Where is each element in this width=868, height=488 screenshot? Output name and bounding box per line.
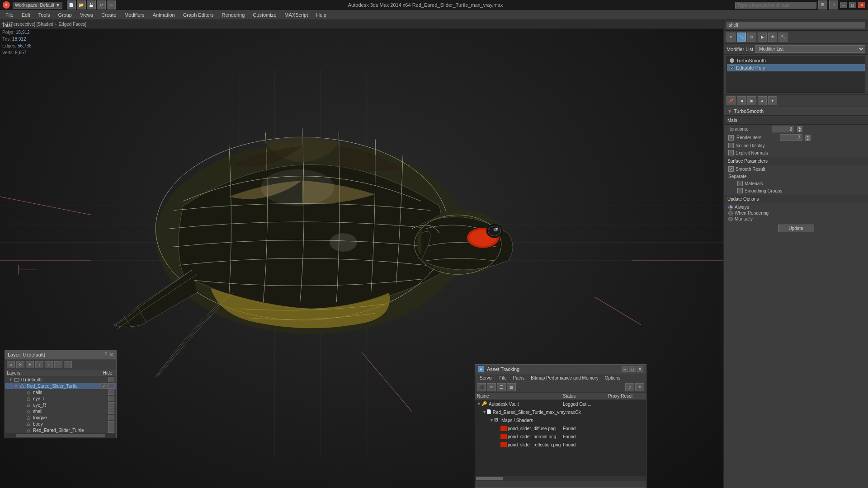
render-iters-checkbox[interactable]: ✓	[728, 135, 734, 141]
layer-item[interactable]: tongue	[5, 414, 116, 421]
modify-panel-btn[interactable]: 🔧	[737, 33, 746, 42]
radio-always[interactable]	[728, 205, 733, 210]
layer-item[interactable]: eye_R	[5, 402, 116, 408]
asset-restore-btn[interactable]: □	[629, 366, 636, 372]
layers-left-btn[interactable]: ←	[64, 361, 72, 368]
layer-vis-btn[interactable]	[108, 396, 114, 401]
render-iters-down-btn[interactable]: ▼	[805, 138, 811, 141]
layer-item[interactable]: Red_Eared_Slider_Turtle	[5, 427, 116, 433]
asset-tool-btn-3[interactable]: ☰	[497, 383, 506, 391]
close-btn[interactable]: ✕	[858, 2, 865, 8]
asset-expand-vault[interactable]: ▼	[477, 402, 481, 406]
layer-checkbox[interactable]: ✓	[101, 383, 107, 389]
new-file-btn[interactable]: 📄	[67, 0, 76, 9]
asset-scrollbar-thumb[interactable]	[476, 477, 503, 480]
hierarchy-panel-btn[interactable]: ⚙	[747, 33, 756, 42]
modifier-entry-editablepoly[interactable]: ✓ Editable Poly	[727, 64, 865, 71]
asset-minimize-btn[interactable]: ─	[622, 366, 628, 372]
layer-item[interactable]: nails	[5, 389, 116, 395]
layer-vis-btn[interactable]	[108, 421, 114, 427]
asset-menu-options[interactable]: Options	[602, 375, 623, 381]
menu-file[interactable]: File	[2, 11, 17, 19]
layer-name[interactable]: body	[33, 422, 107, 427]
layer-item[interactable]: body	[5, 421, 116, 427]
redo-btn[interactable]: ↪	[107, 0, 116, 9]
asset-row-normal[interactable]: pond_slider_normal.png Found	[475, 432, 646, 441]
asset-tool-btn-1[interactable]: ⬛	[477, 383, 486, 391]
menu-animation[interactable]: Animation	[149, 11, 179, 19]
layers-right-btn[interactable]: →	[54, 361, 62, 368]
layers-down-btn[interactable]: ↓	[35, 361, 43, 368]
smoothing-groups-checkbox[interactable]: ✓	[737, 188, 743, 193]
asset-menu-bitmap-perf[interactable]: Bitmap Performance and Memory	[528, 375, 601, 381]
smooth-result-checkbox[interactable]: ✓	[728, 166, 734, 172]
layers-up-btn[interactable]: ↑	[45, 361, 53, 368]
modifier-search-input[interactable]	[726, 22, 865, 28]
iterations-up-btn[interactable]: ▲	[797, 126, 802, 129]
iterations-down-btn[interactable]: ▼	[797, 129, 802, 132]
minimize-btn[interactable]: ─	[840, 2, 847, 8]
display-panel-btn[interactable]: 👁	[768, 33, 777, 42]
asset-menu-btn[interactable]: ≡	[635, 383, 644, 391]
undo-btn[interactable]: ↩	[97, 0, 106, 9]
menu-graph-editors[interactable]: Graph Editors	[179, 11, 217, 19]
restore-btn[interactable]: □	[849, 2, 856, 8]
nav-left-btn[interactable]: ◀	[737, 96, 746, 105]
layers-list-btn[interactable]: ≡	[7, 361, 15, 368]
nav-up-btn[interactable]: ▲	[758, 96, 767, 105]
modifier-list-dropdown[interactable]: Modifier List	[755, 45, 865, 53]
menu-create[interactable]: Create	[98, 11, 120, 19]
iterations-input[interactable]	[772, 126, 794, 132]
asset-row-maps[interactable]: ▼ 🖼 Maps / Shaders	[475, 416, 646, 424]
explicit-normals-checkbox[interactable]: ✓	[728, 150, 734, 155]
layer-vis-btn[interactable]	[108, 377, 114, 382]
layer-name[interactable]: 0 (default)	[21, 377, 107, 382]
asset-menu-file[interactable]: File	[496, 375, 509, 381]
menu-customize[interactable]: Customize	[249, 11, 280, 19]
layer-item[interactable]: ▼ 0 (default)	[5, 376, 116, 383]
menu-tools[interactable]: Tools	[35, 11, 54, 19]
layers-add-btn[interactable]: +	[26, 361, 34, 368]
layer-vis-btn[interactable]	[108, 402, 114, 408]
viewport[interactable]: [+] [Perspective] [Shaded + Edged Faces]…	[0, 20, 723, 488]
nav-down-btn[interactable]: ▼	[768, 96, 777, 105]
asset-horizontal-scrollbar[interactable]	[475, 476, 646, 480]
asset-help-btn[interactable]: ?	[625, 383, 634, 391]
pin-btn[interactable]: 📌	[726, 96, 736, 105]
layer-vis-btn[interactable]	[108, 408, 114, 414]
layer-vis-btn[interactable]	[108, 389, 114, 395]
layer-vis-btn[interactable]	[108, 415, 114, 420]
layer-name[interactable]: shell	[33, 409, 107, 414]
modifier-entry-turbosmooth[interactable]: TurboSmooth	[727, 57, 865, 64]
search-btn[interactable]: 🔍	[818, 0, 827, 9]
menu-maxscript[interactable]: MAXScript	[281, 11, 311, 19]
menu-modifiers[interactable]: Modifiers	[121, 11, 148, 19]
modifier-check-editablepoly[interactable]: ✓	[730, 66, 734, 70]
global-search-input[interactable]	[735, 2, 816, 9]
asset-menu-server[interactable]: Server	[477, 375, 495, 381]
motion-panel-btn[interactable]: ▶	[758, 33, 767, 42]
menu-edit[interactable]: Edit	[18, 11, 34, 19]
menu-help[interactable]: Help	[312, 11, 330, 19]
layer-name[interactable]: nails	[33, 390, 107, 395]
layer-name[interactable]: Red_Eared_Slider_Turtle	[33, 428, 107, 433]
nav-right-btn[interactable]: ▶	[747, 96, 756, 105]
materials-checkbox[interactable]: ✓	[737, 181, 743, 186]
asset-row-maxfile[interactable]: ▼ 📄 Red_Eared_Slider_Turtle_max_vray.max…	[475, 408, 646, 416]
render-iters-up-btn[interactable]: ▲	[805, 135, 811, 138]
layers-scrollbar[interactable]	[5, 433, 116, 438]
utilities-panel-btn[interactable]: 🔨	[778, 33, 788, 42]
update-button[interactable]: Update	[778, 225, 814, 232]
layer-vis-btn[interactable]	[108, 427, 114, 433]
asset-row-diffuse[interactable]: pond_slider_diffuse.png Found	[475, 424, 646, 432]
layer-name[interactable]: Red_Eared_Slider_Turtle	[27, 384, 100, 389]
save-btn[interactable]: 💾	[87, 0, 96, 9]
layers-delete-btn[interactable]: ✕	[16, 361, 24, 368]
isoline-checkbox[interactable]: ✓	[728, 143, 734, 148]
radio-when-rendering[interactable]	[728, 211, 733, 216]
layer-item[interactable]: eye_l	[5, 395, 116, 402]
menu-views[interactable]: Views	[76, 11, 97, 19]
help-btn[interactable]: ?	[829, 0, 838, 9]
layer-expand-icon[interactable]: ▼	[9, 377, 13, 382]
asset-tool-btn-2[interactable]: ≡	[487, 383, 496, 391]
